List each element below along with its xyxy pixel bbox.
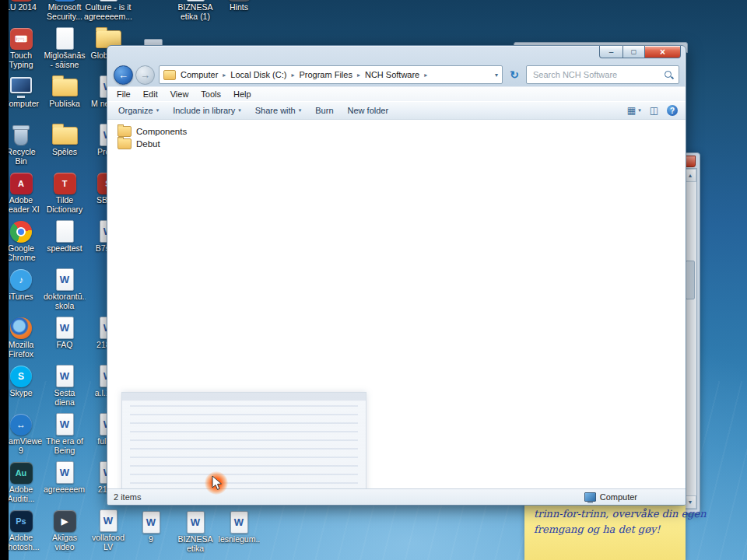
letterbox-left <box>0 0 9 560</box>
desktop-icon: W <box>56 409 74 436</box>
desktop-icon-glyph: ↔ <box>10 414 32 436</box>
desktop-icon-glyph <box>56 27 74 50</box>
desktop-icon: ▦ <box>54 0 76 2</box>
desktop-icon-glyph: ? <box>228 0 251 2</box>
desktop-icon-glyph: S <box>10 366 32 387</box>
breadcrumb-separator-icon: ▸ <box>223 72 226 79</box>
desktop-icon-label: Tilde Dictionary <box>44 196 86 215</box>
icon-publiska[interactable]: Publiska <box>44 72 86 120</box>
help-button[interactable]: ? <box>667 105 678 116</box>
icon-vollafood-lv[interactable]: W vollafood LV <box>87 506 129 554</box>
desktop-icon: S <box>10 361 32 388</box>
change-view-button[interactable]: ▦▾ <box>627 105 641 116</box>
file-list: Components Debut <box>107 120 686 150</box>
icon-doktoranturas-skola[interactable]: W doktorantū... skola <box>44 264 86 313</box>
dropdown-caret-icon: ▾ <box>238 107 241 114</box>
toolbar-right-icons: ▦▾ ◫ ? <box>627 105 681 116</box>
desktop-icon-glyph: W <box>56 365 74 387</box>
icon-biznesa-etika-1[interactable]: W BIZNESA etika (1) <box>174 0 216 23</box>
desktop-icon-glyph: W <box>56 461 74 484</box>
file-debut[interactable]: Debut <box>117 138 686 150</box>
desktop-icon-glyph: W <box>187 511 205 534</box>
file-components[interactable]: Components <box>117 125 686 138</box>
close-button[interactable]: × <box>644 46 681 58</box>
menu-tools[interactable]: Tools <box>195 89 227 99</box>
desktop-icon <box>14 120 28 147</box>
icon-tilde-dictionary[interactable]: T Tilde Dictionary <box>44 168 86 216</box>
caption-buttons: – ▢ × <box>599 46 681 58</box>
desktop-icon <box>52 120 78 147</box>
icon-the-era-of-being-fast[interactable]: W The era of Being fast... <box>44 409 86 457</box>
crumb-computer[interactable]: Computer▸ <box>181 70 230 79</box>
search-box <box>526 65 679 84</box>
back-button[interactable]: ← <box>114 65 133 85</box>
file-list-area: Components Debut <box>107 120 686 488</box>
icon-9[interactable]: W 9 <box>130 507 172 555</box>
icon-culture[interactable]: W Culture - is it agreeeeem... threatene… <box>75 0 141 23</box>
breadcrumb-label: Program Files <box>299 70 352 79</box>
desktop-icon: ↔ <box>10 409 32 436</box>
minimize-button[interactable]: – <box>599 46 623 58</box>
desktop-icon-glyph: W <box>187 0 205 2</box>
sticky-note-line-2: fremgang og ha det gøy! <box>534 522 676 537</box>
desktop-icon-glyph: W <box>56 413 74 436</box>
forward-button[interactable]: → <box>135 65 155 85</box>
toolbar-new-folder[interactable]: New folder▾ <box>342 103 395 118</box>
desktop-icon: Ps <box>10 506 33 533</box>
file-name: Debut <box>136 139 160 149</box>
address-dropdown-icon[interactable]: ▾ <box>490 72 498 79</box>
desktop-icon: W <box>187 0 205 2</box>
toolbar-organize[interactable]: Organize▾ <box>112 103 165 118</box>
search-input[interactable] <box>531 69 664 80</box>
maximize-button[interactable]: ▢ <box>623 46 644 58</box>
icon-miglosanas-saisne[interactable]: Miglošanās - sāisne <box>44 23 86 72</box>
scrollbar-thumb[interactable] <box>686 261 695 299</box>
folder-icon <box>117 138 132 149</box>
desktop-icon-glyph: W <box>230 511 248 534</box>
desktop-icon-label: 9 <box>130 535 172 544</box>
desktop-icon-glyph <box>14 128 28 145</box>
icon-speedtest[interactable]: speedtest <box>44 216 86 264</box>
sticky-note-line-1: trinn-for-trinn, overvåke din egen <box>534 506 676 522</box>
toolbar-burn[interactable]: Burn▾ <box>309 103 339 118</box>
toolbar-include-in-library[interactable]: Include in library▾ <box>167 103 247 118</box>
crumb-program-files[interactable]: Program Files▸ <box>299 70 364 79</box>
desktop-icon: ▶ <box>54 506 76 533</box>
toolbar-share-with[interactable]: Share with▾ <box>249 103 308 118</box>
toolbar-buttons: Organize▾ Include in library▾ Share with… <box>112 103 395 118</box>
refresh-button[interactable]: ↻ <box>507 66 522 83</box>
desktop-icon-glyph <box>52 79 78 96</box>
breadcrumb-separator-icon: ▸ <box>357 72 360 79</box>
crumb-local-disk-c[interactable]: Local Disk (C:)▸ <box>230 70 299 79</box>
command-toolbar: Organize▾ Include in library▾ Share with… <box>107 101 686 120</box>
status-location: Computer <box>584 492 637 502</box>
preview-pane-button[interactable]: ◫ <box>650 105 658 116</box>
title-bar[interactable]: – ▢ × <box>107 46 686 63</box>
icon-agreement[interactable]: W agreeeeem... <box>44 457 86 506</box>
sticky-note[interactable]: trinn-for-trinn, overvåke din egen fremg… <box>524 498 686 560</box>
icon-akigas-video-analize[interactable]: ▶ Akīgas video analīze <box>44 506 86 554</box>
menu-file[interactable]: File <box>110 89 137 99</box>
icon-faq[interactable]: W FAQ <box>44 313 86 361</box>
desktop-icon: T <box>54 168 76 195</box>
address-bar[interactable]: Computer▸ Local Disk (C:)▸ Program Files… <box>159 65 503 84</box>
icon-sesta-diena[interactable]: W Sesta diena <box>44 361 86 409</box>
icon-iesniegums[interactable]: W Iesniegum... <box>218 507 260 555</box>
dropdown-caret-icon: ▾ <box>156 107 160 114</box>
menu-help[interactable]: Help <box>227 89 258 99</box>
icon-hints[interactable]: ? Hints <box>218 0 260 23</box>
menu-edit[interactable]: Edit <box>137 89 164 99</box>
desktop-icon: Au <box>10 457 33 485</box>
search-icon <box>664 70 674 80</box>
icon-biznesa-etika[interactable]: W BIZNESA etika <box>174 507 216 555</box>
desktop-icon-label: doktorantū... skola <box>44 292 86 311</box>
desktop-icon-glyph <box>10 317 32 339</box>
crumb-nch-software[interactable]: NCH Software▸ <box>365 70 432 79</box>
menu-view[interactable]: View <box>164 89 195 99</box>
menu-bar: File Edit View Tools Help <box>107 86 686 101</box>
desktop-icon: ♪ <box>10 264 32 292</box>
desktop-icon-label: Culture - is it agreeeeem... threatened.… <box>75 3 141 23</box>
icon-speles[interactable]: Spēles <box>44 120 86 168</box>
status-bar: 2 items Computer <box>107 488 686 505</box>
toolbar-button-label: Include in library <box>173 106 235 115</box>
